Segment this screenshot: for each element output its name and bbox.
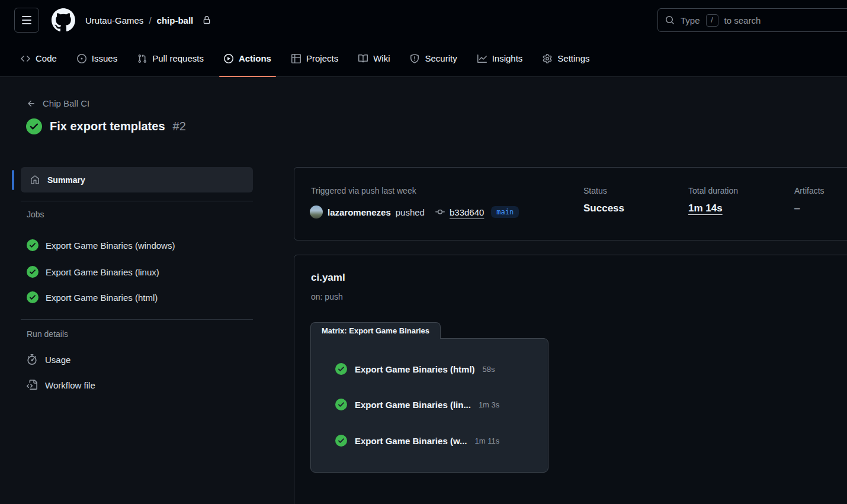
tab-actions[interactable]: Actions [218, 40, 277, 76]
workflow-graph-card: ci.yaml on: push Matrix: Export Game Bin… [294, 255, 847, 504]
github-logo-icon[interactable] [52, 8, 75, 32]
matrix-job-label: Export Game Binaries (w... [355, 436, 467, 446]
tab-insights[interactable]: Insights [471, 40, 529, 76]
success-check-icon [335, 399, 347, 410]
success-check-icon [27, 239, 38, 251]
matrix-job-label: Export Game Binaries (html) [355, 364, 475, 374]
play-circle-icon [224, 54, 233, 63]
git-commit-icon [435, 207, 445, 217]
tab-wiki[interactable]: Wiki [352, 40, 396, 76]
issue-opened-icon [77, 54, 86, 63]
success-check-icon [26, 118, 42, 134]
workflow-file-name: ci.yaml [311, 272, 345, 284]
breadcrumb-repo[interactable]: chip-ball [157, 15, 194, 25]
commit-sha-link[interactable]: b33d640 [450, 207, 484, 217]
matrix-job-duration: 1m 11s [475, 436, 500, 445]
tab-label: Actions [239, 53, 271, 63]
tab-issues[interactable]: Issues [71, 40, 123, 76]
sidebar-divider [21, 319, 253, 320]
success-check-icon [335, 363, 347, 375]
run-summary-card: Triggered via push last week lazaromenez… [294, 167, 847, 240]
matrix-job-duration: 58s [483, 365, 495, 374]
actions-run-page: Chip Ball CI Fix export templates #2 Sum… [0, 77, 847, 504]
duration-column: Total duration 1m 14s [688, 186, 738, 214]
tab-label: Pull requests [152, 53, 204, 63]
matrix-job-html[interactable]: Export Game Binaries (html) 58s [335, 363, 495, 375]
actor-link[interactable]: lazaromenezes [328, 207, 391, 217]
sidebar-divider [21, 201, 253, 201]
arrow-left-icon [27, 99, 36, 108]
tab-label: Wiki [373, 53, 390, 63]
book-icon [358, 54, 368, 63]
status-value: Success [583, 203, 624, 214]
avatar[interactable] [310, 206, 323, 219]
hamburger-icon [22, 16, 31, 17]
workflow-file-label: Workflow file [45, 380, 95, 390]
lock-icon [203, 16, 211, 24]
run-details-section-header: Run details [27, 329, 68, 339]
branch-badge[interactable]: main [491, 206, 519, 218]
tab-label: Code [36, 53, 57, 63]
breadcrumb-org[interactable]: Urutau-Games [85, 15, 143, 25]
sidebar-job-linux[interactable]: Export Game Binaries (linux) [27, 266, 159, 278]
sidebar-item-workflow-file[interactable]: Workflow file [27, 380, 95, 390]
status-column: Status Success [583, 186, 624, 214]
usage-label: Usage [45, 355, 70, 365]
global-nav-menu-button[interactable] [14, 8, 39, 33]
tab-label: Insights [492, 53, 523, 63]
matrix-job-duration: 1m 3s [479, 400, 499, 409]
artifacts-column: Artifacts – [794, 186, 824, 214]
search-input[interactable]: Type / to search [657, 8, 847, 32]
matrix-job-windows[interactable]: Export Game Binaries (w... 1m 11s [335, 435, 499, 447]
tab-pull-requests[interactable]: Pull requests [131, 40, 210, 76]
sidebar-job-html[interactable]: Export Game Binaries (html) [27, 291, 158, 303]
tab-projects[interactable]: Projects [285, 40, 344, 76]
success-check-icon [27, 266, 38, 278]
push-action-text: pushed [396, 207, 425, 217]
status-label: Status [583, 186, 624, 195]
triggered-text: Triggered via push last week [311, 186, 416, 195]
sidebar-job-windows[interactable]: Export Game Binaries (windows) [27, 239, 175, 251]
artifacts-label: Artifacts [794, 186, 824, 195]
tab-security[interactable]: Security [404, 40, 463, 76]
pushed-row: lazaromenezes pushed b33d640 main [310, 206, 519, 219]
summary-active-indicator [12, 170, 14, 190]
success-check-icon [335, 435, 347, 447]
matrix-job-label: Export Game Binaries (lin... [355, 400, 471, 410]
search-placeholder-pre: Type [681, 15, 700, 25]
stopwatch-icon [27, 354, 37, 365]
matrix-job-linux[interactable]: Export Game Binaries (lin... 1m 3s [335, 399, 499, 410]
code-icon [21, 54, 30, 63]
git-pull-request-icon [137, 54, 147, 63]
repo-nav: Code Issues Pull requests Actions Projec… [0, 40, 847, 77]
gear-icon [543, 54, 552, 63]
duration-value[interactable]: 1m 14s [688, 203, 738, 214]
success-check-icon [27, 291, 38, 303]
job-label: Export Game Binaries (windows) [46, 240, 175, 251]
artifacts-value: – [794, 203, 824, 214]
breadcrumb: Urutau-Games / chip-ball [85, 15, 211, 25]
search-placeholder-post: to search [724, 15, 761, 25]
back-to-workflow-link[interactable]: Chip Ball CI [27, 98, 89, 108]
slash-key-hint: / [706, 14, 718, 27]
run-title: Fix export templates [50, 120, 165, 133]
tab-label: Issues [92, 53, 117, 63]
summary-label: Summary [47, 175, 85, 185]
shield-icon [410, 54, 419, 63]
home-icon [30, 175, 40, 185]
run-title-row: Fix export templates #2 [26, 118, 186, 134]
job-label: Export Game Binaries (html) [46, 293, 158, 303]
matrix-group-tab[interactable]: Matrix: Export Game Binaries [310, 322, 441, 339]
code-file-icon [27, 380, 37, 390]
jobs-section-header: Jobs [27, 210, 44, 219]
tab-label: Settings [557, 53, 589, 63]
run-number: #2 [173, 120, 186, 133]
sidebar-item-summary[interactable]: Summary [21, 167, 253, 192]
workflow-name: Chip Ball CI [43, 98, 89, 108]
sidebar-item-usage[interactable]: Usage [27, 354, 70, 365]
tab-settings[interactable]: Settings [537, 40, 595, 76]
search-icon [665, 15, 675, 25]
table-icon [291, 54, 301, 63]
tab-code[interactable]: Code [15, 40, 63, 76]
duration-label: Total duration [688, 186, 738, 195]
